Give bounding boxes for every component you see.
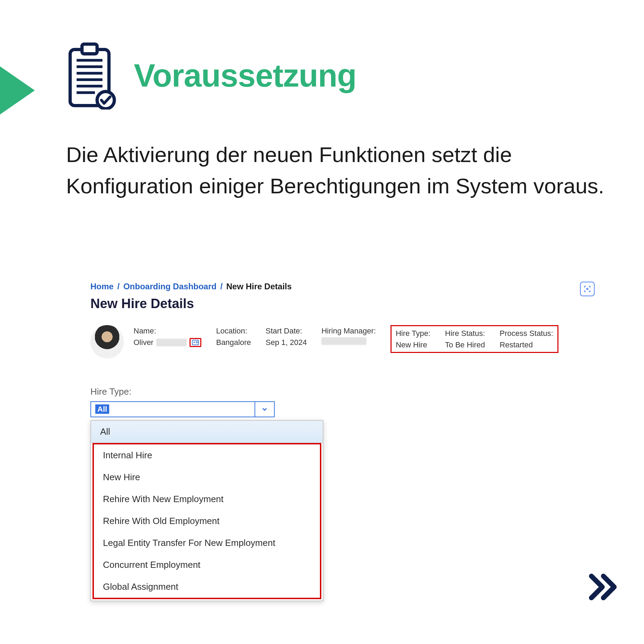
breadcrumb-link-dashboard[interactable]: Onboarding Dashboard xyxy=(123,282,217,291)
location-value: Bangalore xyxy=(216,337,251,348)
name-value: Oliver xyxy=(134,337,153,348)
svg-rect-12 xyxy=(196,341,198,342)
status-group-highlight: Hire Type: New Hire Hire Status: To Be H… xyxy=(391,325,558,353)
breadcrumb-current: New Hire Details xyxy=(226,282,292,291)
decorative-arrow xyxy=(0,59,35,122)
breadcrumb: Home / Onboarding Dashboard / New Hire D… xyxy=(90,282,612,291)
dropdown-option[interactable]: Internal Hire xyxy=(94,444,320,466)
dropdown-option[interactable]: Global Assignment xyxy=(94,576,320,598)
svg-point-9 xyxy=(587,288,588,290)
field-hiring-manager: Hiring Manager: xyxy=(321,325,376,348)
dropdown-option[interactable]: Concurrent Employment xyxy=(94,554,320,576)
dropdown-option[interactable]: Legal Entity Transfer For New Employment xyxy=(94,532,320,554)
field-name: Name: Oliver xyxy=(134,325,201,348)
dropdown-option[interactable]: Rehire With Old Employment xyxy=(94,510,320,532)
svg-point-11 xyxy=(194,341,195,343)
page-heading: Voraussetzung xyxy=(134,57,356,94)
hire-status-label: Hire Status: xyxy=(445,328,485,339)
intro-text: Die Aktivierung der neuen Funktionen set… xyxy=(66,139,616,202)
dropdown-option[interactable]: All xyxy=(91,421,323,443)
name-label: Name: xyxy=(134,325,201,337)
process-status-label: Process Status: xyxy=(500,328,553,339)
field-start-date: Start Date: Sep 1, 2024 xyxy=(266,325,307,348)
location-label: Location: xyxy=(216,325,251,337)
breadcrumb-link-home[interactable]: Home xyxy=(90,282,114,291)
dropdown-label: Hire Type: xyxy=(90,386,612,397)
dropdown-option[interactable]: New Hire xyxy=(94,466,320,488)
options-highlight: Internal Hire New Hire Rehire With New E… xyxy=(92,443,321,599)
screenshot-panel: Home / Onboarding Dashboard / New Hire D… xyxy=(90,282,612,601)
field-location: Location: Bangalore xyxy=(216,325,251,348)
hire-status-value: To Be Hired xyxy=(445,339,485,351)
svg-rect-1 xyxy=(82,44,97,54)
hire-type-label: Hire Type: xyxy=(396,328,430,339)
redacted-surname xyxy=(156,339,187,346)
dropdown-combobox[interactable]: All xyxy=(90,401,275,417)
hiring-manager-label: Hiring Manager: xyxy=(321,325,376,337)
dropdown-input[interactable]: All xyxy=(91,402,255,417)
svg-rect-13 xyxy=(196,343,198,343)
hire-type-filter: Hire Type: All All Internal Hire New Hir… xyxy=(90,386,612,601)
start-date-value: Sep 1, 2024 xyxy=(266,337,307,348)
id-card-icon[interactable] xyxy=(190,338,201,347)
dropdown-list: All Internal Hire New Hire Rehire With N… xyxy=(90,420,323,601)
header: Voraussetzung xyxy=(63,42,356,110)
field-hire-status: Hire Status: To Be Hired xyxy=(445,328,485,351)
double-chevron-right-icon[interactable] xyxy=(585,570,620,606)
hire-type-value: New Hire xyxy=(396,339,430,351)
breadcrumb-sep: / xyxy=(219,282,224,291)
profile-row: Name: Oliver Location: Bangalore Start D… xyxy=(90,325,612,359)
field-hire-type: Hire Type: New Hire xyxy=(396,328,430,351)
scan-icon[interactable] xyxy=(580,282,595,296)
breadcrumb-sep: / xyxy=(116,282,121,291)
dropdown-option[interactable]: Rehire With New Employment xyxy=(94,488,320,510)
dropdown-selected: All xyxy=(95,404,109,414)
clipboard-check-icon xyxy=(63,42,116,110)
process-status-value: Restarted xyxy=(500,339,553,351)
chevron-down-icon[interactable] xyxy=(255,402,274,417)
field-process-status: Process Status: Restarted xyxy=(500,328,553,351)
page-title: New Hire Details xyxy=(90,296,612,311)
redacted-manager xyxy=(321,337,367,345)
start-date-label: Start Date: xyxy=(266,325,307,337)
avatar xyxy=(90,325,124,359)
